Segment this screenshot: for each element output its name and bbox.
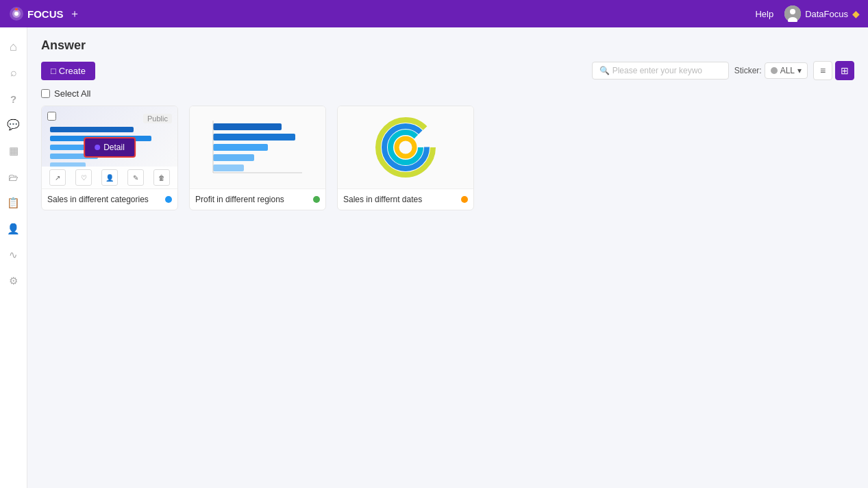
svg-point-2: [14, 12, 18, 16]
user-diamond-icon: ◆: [852, 8, 860, 19]
avatar: [784, 5, 801, 22]
svg-rect-10: [213, 154, 254, 161]
detail-dot-icon: [95, 145, 100, 150]
sidebar-item-task[interactable]: 📋: [3, 192, 25, 214]
card1-status: [165, 196, 172, 203]
select-all-row: Select All: [41, 88, 854, 99]
card-sales-categories: Public: [41, 106, 178, 210]
sidebar-item-settings[interactable]: ⚙: [3, 270, 25, 292]
card1-title: Sales in different categories: [47, 195, 165, 204]
list-view-button[interactable]: ≡: [813, 61, 832, 80]
card3-preview: [338, 106, 473, 188]
card2-preview: [190, 106, 325, 188]
select-all-label[interactable]: Select All: [54, 88, 90, 99]
toolbar: □ Create 🔍 Please enter your keywo Stick…: [41, 61, 854, 80]
user-info: DataFocus ◆: [784, 5, 860, 22]
search-placeholder: Please enter your keywo: [612, 66, 702, 75]
delete-icon: 🗑: [158, 174, 165, 182]
card-profit-regions: Profit in different regions: [189, 106, 326, 210]
sidebar-item-chat[interactable]: 💬: [3, 114, 25, 136]
card1-checkbox[interactable]: [47, 112, 56, 121]
user-name: DataFocus: [805, 9, 848, 19]
sidebar-item-home[interactable]: ⌂: [3, 36, 25, 58]
heart-icon: ♡: [81, 174, 87, 182]
card-sales-dates: Sales in differnt dates: [337, 106, 474, 210]
page-header: Answer: [41, 38, 854, 53]
sticker-filter: Sticker: ALL ▾: [734, 62, 808, 79]
sticker-dropdown[interactable]: ALL ▾: [765, 62, 808, 79]
search-box[interactable]: 🔍 Please enter your keywo: [592, 62, 729, 80]
sticker-dot: [771, 67, 778, 74]
sidebar: ⌂ ⌕ ? 💬 ▦ 🗁 📋 👤 ∿ ⚙: [0, 27, 27, 488]
select-all-checkbox[interactable]: [41, 89, 50, 98]
sidebar-item-table[interactable]: ▦: [3, 140, 25, 162]
edit-button[interactable]: ✎: [127, 169, 144, 186]
create-label: Create: [59, 66, 86, 76]
edit-icon: ✎: [133, 174, 138, 182]
logo-icon: [8, 5, 25, 22]
main-content: Answer □ Create 🔍 Please enter your keyw…: [27, 27, 868, 488]
topbar-left: FOCUS ＋: [8, 5, 80, 22]
grid-view-icon: ⊞: [841, 65, 849, 76]
like-button[interactable]: ♡: [75, 169, 92, 186]
card3-status: [461, 196, 468, 203]
card1-footer: Sales in different categories: [42, 188, 177, 210]
share-icon: ↗: [55, 174, 60, 182]
svg-rect-7: [213, 123, 282, 130]
svg-point-5: [790, 9, 795, 14]
sidebar-item-user[interactable]: 👤: [3, 218, 25, 240]
list-view-icon: ≡: [820, 65, 826, 76]
sidebar-item-search[interactable]: ⌕: [3, 62, 25, 84]
detail-button[interactable]: Detail: [84, 137, 136, 158]
sidebar-item-folder[interactable]: 🗁: [3, 166, 25, 188]
topbar-right: Help DataFocus ◆: [755, 5, 860, 22]
add-user-icon: 👤: [106, 174, 114, 182]
card3-chart: [375, 117, 436, 178]
sticker-label: Sticker:: [734, 66, 762, 75]
chevron-down-icon: ▾: [797, 66, 802, 75]
svg-rect-9: [213, 144, 268, 151]
add-tab-button[interactable]: ＋: [69, 7, 80, 21]
card3-footer: Sales in differnt dates: [338, 188, 473, 210]
search-icon: 🔍: [599, 66, 610, 75]
card1-actions: ↗ ♡ 👤 ✎ 🗑: [42, 167, 177, 188]
card2-title: Profit in different regions: [195, 195, 313, 204]
help-button[interactable]: Help: [755, 9, 773, 19]
sidebar-item-question[interactable]: ?: [3, 88, 25, 110]
logo: FOCUS: [8, 5, 64, 22]
grid-view-button[interactable]: ⊞: [835, 61, 854, 80]
card2-status: [313, 196, 320, 203]
add-user-button[interactable]: 👤: [101, 169, 118, 186]
view-toggle: ≡ ⊞: [813, 61, 854, 80]
toolbar-left: □ Create: [41, 62, 95, 80]
delete-button[interactable]: 🗑: [153, 169, 170, 186]
card1-header: Public: [143, 112, 172, 124]
detail-label: Detail: [103, 143, 125, 152]
card2-footer: Profit in different regions: [190, 188, 325, 210]
svg-rect-8: [213, 134, 295, 141]
page-title: Answer: [41, 38, 86, 53]
create-icon: □: [51, 66, 56, 76]
svg-rect-3: [15, 8, 18, 10]
sidebar-item-signal[interactable]: ∿: [3, 244, 25, 266]
create-button[interactable]: □ Create: [41, 62, 95, 80]
svg-point-17: [397, 138, 414, 156]
card2-chart: [206, 117, 309, 178]
card3-title: Sales in differnt dates: [343, 195, 461, 204]
sticker-value: ALL: [780, 66, 795, 75]
svg-rect-11: [213, 164, 244, 171]
cards-grid: Public: [41, 106, 854, 210]
toolbar-right: 🔍 Please enter your keywo Sticker: ALL ▾…: [592, 61, 854, 80]
logo-text: FOCUS: [27, 8, 64, 20]
card1-badge: Public: [143, 114, 172, 123]
share-button[interactable]: ↗: [49, 169, 66, 186]
topbar: FOCUS ＋ Help DataFocus ◆: [0, 0, 868, 27]
layout: ⌂ ⌕ ? 💬 ▦ 🗁 📋 👤 ∿ ⚙ Answer □ Create 🔍: [0, 27, 868, 488]
